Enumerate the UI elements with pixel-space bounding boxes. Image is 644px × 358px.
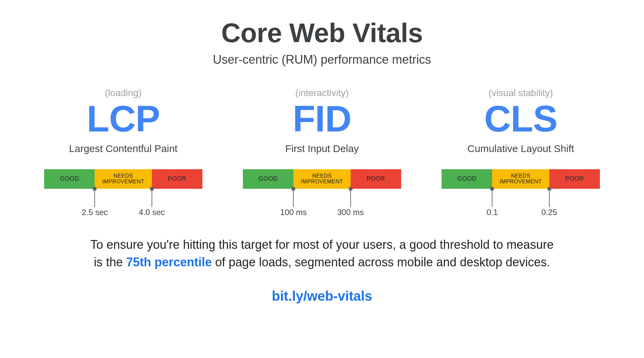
metric-acronym: CLS: [484, 99, 557, 138]
segment-poor: POOR: [351, 169, 401, 189]
page-title: Core Web Vitals: [221, 18, 423, 49]
metric-category: (interactivity): [295, 88, 349, 98]
page-subtitle: User-centric (RUM) performance metrics: [213, 53, 431, 67]
segment-good: GOOD: [442, 169, 492, 189]
threshold-label: 0.25: [541, 208, 557, 217]
threshold-bar: GOOD NEEDSIMPROVEMENT POOR 0.1 0.25: [442, 169, 600, 189]
segment-needs-improvement: NEEDSIMPROVEMENT: [293, 169, 350, 189]
footer-highlight: 75th percentile: [126, 255, 212, 269]
segment-good: GOOD: [243, 169, 293, 189]
metric-fid: (interactivity) FID First Input Delay GO…: [243, 88, 401, 189]
threshold-marker-2: 4.0 sec: [152, 187, 152, 207]
metric-category: (visual stability): [488, 88, 553, 98]
metric-lcp: (loading) LCP Largest Contentful Paint G…: [44, 88, 202, 189]
reference-link[interactable]: bit.ly/web-vitals: [272, 289, 372, 304]
threshold-label: 2.5 sec: [82, 208, 108, 217]
threshold-bar: GOOD NEEDSIMPROVEMENT POOR 2.5 sec 4.0 s…: [44, 169, 202, 189]
threshold-bar: GOOD NEEDSIMPROVEMENT POOR 100 ms 300 ms: [243, 169, 401, 189]
threshold-label: 300 ms: [337, 208, 364, 217]
threshold-marker-1: 0.1: [492, 187, 492, 207]
segment-poor: POOR: [549, 169, 600, 189]
threshold-marker-2: 0.25: [549, 187, 550, 207]
metric-acronym: LCP: [87, 99, 160, 138]
segment-good: GOOD: [44, 169, 95, 189]
segment-needs-improvement: NEEDSIMPROVEMENT: [95, 169, 152, 189]
threshold-label: 100 ms: [280, 208, 307, 217]
footer-text-post: of page loads, segmented across mobile a…: [212, 255, 550, 269]
metric-fullname: Largest Contentful Paint: [69, 143, 178, 154]
segment-poor: POOR: [152, 169, 202, 189]
footer-description: To ensure you're hitting this target for…: [86, 236, 558, 271]
metric-fullname: First Input Delay: [285, 143, 359, 154]
metric-category: (loading): [105, 88, 142, 98]
threshold-marker-2: 300 ms: [350, 187, 351, 207]
metrics-row: (loading) LCP Largest Contentful Paint G…: [0, 88, 644, 189]
metric-acronym: FID: [293, 99, 351, 138]
threshold-label: 0.1: [487, 208, 498, 217]
metric-fullname: Cumulative Layout Shift: [468, 143, 574, 154]
threshold-label: 4.0 sec: [139, 208, 165, 217]
metric-cls: (visual stability) CLS Cumulative Layout…: [442, 88, 600, 189]
segment-needs-improvement: NEEDSIMPROVEMENT: [492, 169, 549, 189]
threshold-marker-1: 2.5 sec: [94, 187, 95, 207]
slide: Core Web Vitals User-centric (RUM) perfo…: [0, 0, 644, 358]
threshold-marker-1: 100 ms: [293, 187, 294, 207]
